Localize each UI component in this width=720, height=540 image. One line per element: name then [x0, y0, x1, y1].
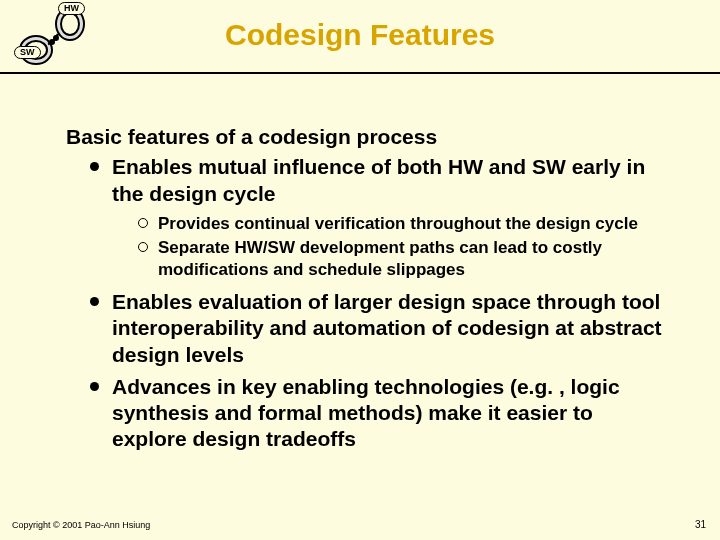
hw-tag: HW	[58, 2, 85, 15]
slide-title: Codesign Features	[0, 18, 720, 52]
bullet-text: Enables evaluation of larger design spac…	[112, 290, 662, 366]
slide: HW SW Codesign Features Basic features o…	[0, 0, 720, 540]
copyright-text: Copyright © 2001 Pao-Ann Hsiung	[12, 520, 150, 530]
bullet-list: Enables mutual influence of both HW and …	[66, 154, 670, 452]
list-item: Advances in key enabling technologies (e…	[90, 374, 670, 453]
list-item: Separate HW/SW development paths can lea…	[138, 237, 670, 281]
page-number: 31	[695, 519, 706, 530]
bullet-text: Provides continual verification througho…	[158, 214, 638, 233]
sub-bullet-list: Provides continual verification througho…	[112, 213, 670, 281]
list-item: Enables mutual influence of both HW and …	[90, 154, 670, 281]
list-item: Provides continual verification througho…	[138, 213, 670, 235]
slide-body: Basic features of a codesign process Ena…	[66, 124, 670, 459]
list-item: Enables evaluation of larger design spac…	[90, 289, 670, 368]
title-underline	[0, 72, 720, 74]
bullet-text: Separate HW/SW development paths can lea…	[158, 238, 602, 279]
lead-text: Basic features of a codesign process	[66, 124, 670, 150]
bullet-text: Enables mutual influence of both HW and …	[112, 155, 645, 204]
bullet-text: Advances in key enabling technologies (e…	[112, 375, 620, 451]
